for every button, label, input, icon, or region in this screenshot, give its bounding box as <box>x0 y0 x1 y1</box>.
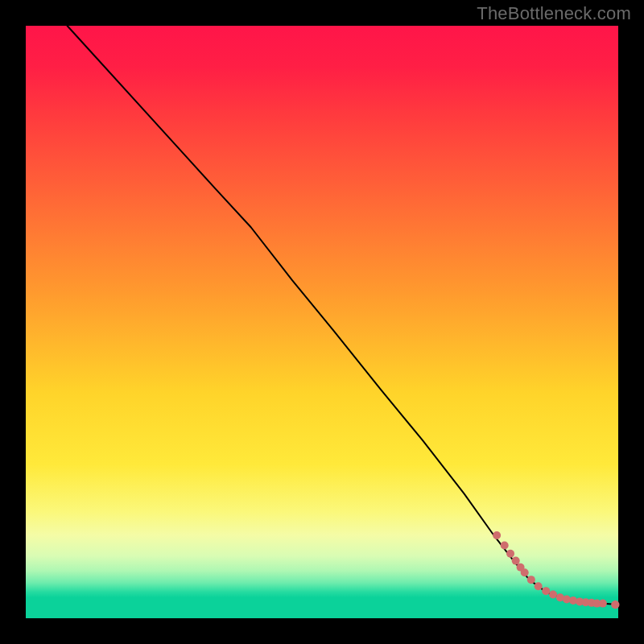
data-dot <box>599 600 607 608</box>
data-dot <box>501 541 509 549</box>
data-dot <box>549 591 557 599</box>
data-dot <box>521 568 529 576</box>
plot-area <box>26 26 618 618</box>
bottleneck-curve <box>68 26 618 605</box>
data-dot <box>535 582 543 590</box>
data-dot <box>542 587 550 595</box>
data-dot <box>611 601 619 609</box>
plot-svg <box>26 26 618 618</box>
data-dot <box>506 550 514 558</box>
watermark-label: TheBottleneck.com <box>477 3 631 24</box>
data-dot <box>512 557 520 565</box>
chart-frame: TheBottleneck.com <box>0 0 644 644</box>
data-dot <box>493 531 501 539</box>
data-dot <box>527 576 535 584</box>
data-dot-group <box>493 531 619 609</box>
